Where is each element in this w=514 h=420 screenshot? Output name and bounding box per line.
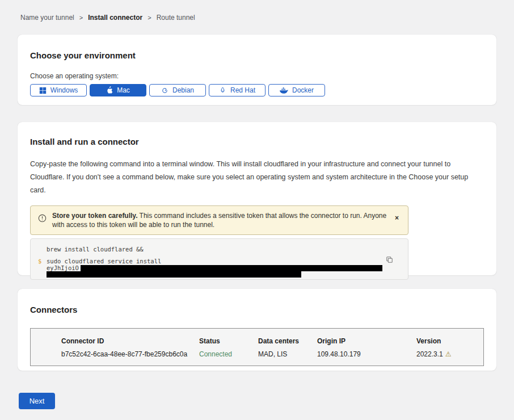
debian-icon: [161, 87, 168, 94]
code-token-line-2: [38, 271, 408, 278]
windows-icon: [39, 87, 47, 94]
copy-icon[interactable]: [385, 255, 394, 266]
breadcrumb: Name your tunnel > Install connector > R…: [0, 0, 514, 22]
column-origin-ip: Origin IP: [317, 337, 416, 345]
breadcrumb-separator: >: [148, 14, 151, 21]
redhat-icon: [219, 86, 226, 94]
os-button-group: Windows Mac Debian Red Hat Docker: [30, 84, 484, 96]
connectors-card: Connectors Connector ID Status Data cent…: [18, 289, 496, 371]
install-description: Copy-paste the following command into a …: [30, 158, 484, 197]
os-button-docker[interactable]: Docker: [268, 84, 325, 96]
apple-icon: [106, 86, 113, 94]
column-version: Version: [416, 337, 483, 345]
status-badge: Connected: [199, 350, 258, 358]
os-button-debian[interactable]: Debian: [149, 84, 206, 96]
os-button-label: Docker: [292, 86, 314, 94]
connectors-card-title: Connectors: [30, 305, 484, 314]
column-connector-id: Connector ID: [61, 337, 199, 345]
code-token-line: eyJhIjoiO: [38, 264, 408, 271]
connectors-table-header: Connector ID Status Data centers Origin …: [61, 337, 483, 345]
next-button[interactable]: Next: [19, 393, 55, 409]
version-warning-icon: ⚠: [445, 350, 452, 358]
connectors-table: Connector ID Status Data centers Origin …: [30, 328, 484, 366]
os-button-label: Debian: [172, 86, 194, 94]
os-button-label: Windows: [50, 86, 78, 94]
redaction-bar: [47, 271, 301, 278]
token-warning-banner: Store your token carefully. This command…: [30, 205, 408, 235]
breadcrumb-name-your-tunnel: Name your tunnel: [20, 14, 74, 22]
install-command-block: brew install cloudflared && $sudo cloudf…: [30, 238, 408, 280]
os-button-windows[interactable]: Windows: [30, 84, 87, 96]
token-warning-text: Store your token carefully. This command…: [52, 211, 387, 229]
docker-icon: [280, 87, 288, 94]
data-centers-value: MAD, LIS: [258, 350, 317, 358]
alert-circle-icon: [38, 214, 47, 222]
close-icon[interactable]: ×: [393, 211, 401, 225]
os-button-label: Red Hat: [230, 86, 255, 94]
environment-card-title: Choose your environment: [30, 51, 484, 60]
column-data-centers: Data centers: [258, 337, 317, 345]
os-button-label: Mac: [117, 86, 130, 94]
connector-row: b7c52c42-6caa-48ee-8c77-fbe259cb6c0a Con…: [61, 350, 483, 358]
breadcrumb-install-connector: Install connector: [88, 14, 142, 22]
shell-prompt: $: [38, 258, 47, 264]
os-button-mac[interactable]: Mac: [90, 84, 146, 96]
breadcrumb-route-tunnel: Route tunnel: [157, 14, 195, 22]
version-value: 2022.3.1⚠: [416, 350, 483, 358]
code-text: brew install cloudflared &&: [47, 246, 144, 253]
token-warning-title: Store your token carefully.: [52, 212, 138, 220]
connector-id-value: b7c52c42-6caa-48ee-8c77-fbe259cb6c0a: [61, 350, 199, 358]
os-select-label: Choose an operating system:: [30, 72, 484, 80]
install-connector-card: Install and run a connector Copy-paste t…: [18, 122, 496, 275]
install-card-title: Install and run a connector: [30, 137, 484, 146]
breadcrumb-separator: >: [79, 14, 83, 21]
version-number: 2022.3.1: [416, 350, 443, 358]
code-text: sudo cloudflared service install: [47, 258, 161, 264]
code-line-1: brew install cloudflared &&: [38, 246, 408, 253]
origin-ip-value: 109.48.10.179: [317, 350, 416, 358]
column-status: Status: [199, 337, 258, 345]
token-prefix-text: eyJhIjoiO: [47, 264, 79, 271]
os-button-redhat[interactable]: Red Hat: [209, 84, 266, 96]
redaction-bar: [81, 265, 382, 271]
environment-card: Choose your environment Choose an operat…: [18, 35, 496, 105]
code-line-2: $sudo cloudflared service install: [38, 258, 408, 264]
